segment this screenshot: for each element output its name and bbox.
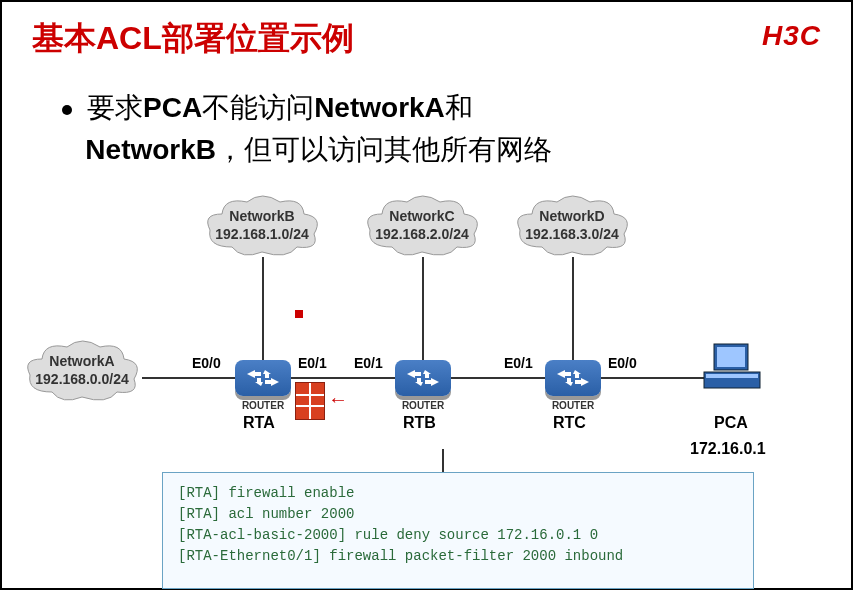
slide: 基本ACL部署位置示例 H3C 要求PCA不能访问NetworkA和 Netwo… (0, 0, 853, 590)
cloud-cidr: 192.168.1.0/24 (215, 226, 308, 242)
network-cloud-b: NetworkB192.168.1.0/24 (202, 192, 322, 262)
router-tag: ROUTER (545, 400, 601, 411)
link-line (442, 449, 444, 472)
firewall-icon (295, 382, 325, 420)
pc-icon (702, 342, 762, 392)
cloud-cidr: 192.168.0.0/24 (35, 371, 128, 387)
requirement-bullet: 要求PCA不能访问NetworkA和 NetworkB，但可以访问其他所有网络 (62, 87, 552, 171)
router-tag: ROUTER (395, 400, 451, 411)
cloud-name: NetworkA (49, 353, 114, 369)
router-label-rta: RTA (243, 414, 275, 432)
router-rta-icon (235, 360, 291, 396)
text: NetworkB (85, 134, 216, 165)
cloud-name: NetworkD (539, 208, 604, 224)
router-label-rtc: RTC (553, 414, 586, 432)
link-line (572, 257, 574, 377)
cli-config-box: [RTA] firewall enable [RTA] acl number 2… (162, 472, 754, 589)
interface-label: E0/1 (354, 355, 383, 371)
slide-title: 基本ACL部署位置示例 (32, 17, 354, 61)
cloud-name: NetworkC (389, 208, 454, 224)
router-rtb-icon (395, 360, 451, 396)
interface-label: E0/0 (608, 355, 637, 371)
link-line (262, 257, 264, 377)
text: 不能访问 (202, 92, 314, 123)
router-rtc-icon (545, 360, 601, 396)
svg-rect-3 (706, 374, 758, 378)
router-label-rtb: RTB (403, 414, 436, 432)
cloud-cidr: 192.168.2.0/24 (375, 226, 468, 242)
network-cloud-a: NetworkA192.168.0.0/24 (22, 337, 142, 407)
cloud-name: NetworkB (229, 208, 294, 224)
pc-ip: 172.16.0.1 (690, 440, 766, 458)
interface-label: E0/1 (298, 355, 327, 371)
red-marker-icon (295, 310, 303, 318)
text: NetworkA (314, 92, 445, 123)
link-line (422, 257, 424, 377)
text: PCA (143, 92, 202, 123)
arrow-icon: ← (328, 388, 348, 411)
pc-label: PCA (714, 414, 748, 432)
interface-label: E0/0 (192, 355, 221, 371)
text: 和 (445, 92, 473, 123)
text: ，但可以访问其他所有网络 (216, 134, 552, 165)
network-cloud-d: NetworkD192.168.3.0/24 (512, 192, 632, 262)
network-diagram: NetworkA192.168.0.0/24 NetworkB192.168.1… (2, 182, 853, 452)
network-cloud-c: NetworkC192.168.2.0/24 (362, 192, 482, 262)
brand-logo: H3C (762, 20, 821, 52)
svg-rect-1 (717, 347, 745, 367)
cloud-cidr: 192.168.3.0/24 (525, 226, 618, 242)
text: 要求 (87, 92, 143, 123)
router-tag: ROUTER (235, 400, 291, 411)
bullet-dot-icon (62, 105, 72, 115)
interface-label: E0/1 (504, 355, 533, 371)
